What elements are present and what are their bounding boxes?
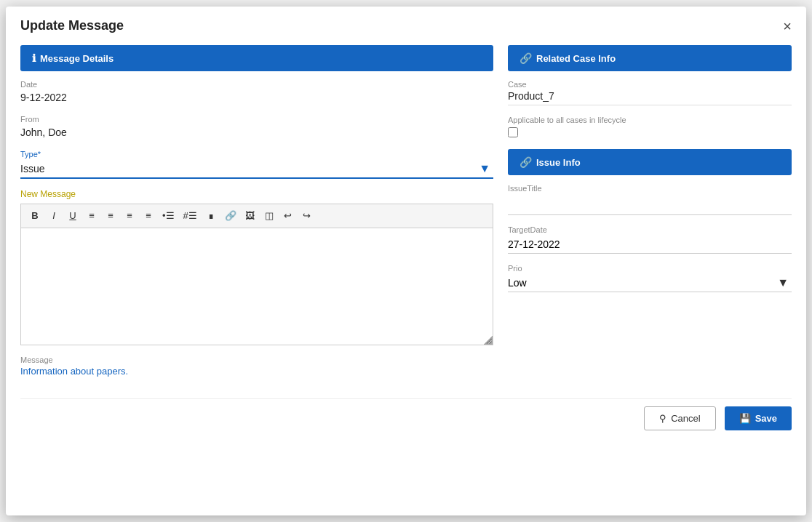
from-field: From John, Doe bbox=[20, 115, 493, 140]
type-select[interactable]: Issue Request Feedback Complaint bbox=[20, 160, 493, 177]
close-button[interactable]: × bbox=[783, 19, 792, 33]
target-date-input[interactable] bbox=[508, 236, 792, 254]
modal-title: Update Message bbox=[20, 18, 124, 33]
modal-footer: ⚲ Cancel 💾 Save bbox=[20, 398, 792, 430]
from-value: John, Doe bbox=[20, 125, 493, 140]
modal-header: Update Message × bbox=[20, 18, 792, 33]
indent-btn[interactable]: ∎ bbox=[203, 209, 219, 223]
bold-btn[interactable]: B bbox=[27, 209, 43, 223]
align-center-btn[interactable]: ≡ bbox=[103, 209, 119, 223]
issue-section: 🔗 Issue Info IssueTitle TargetDate bbox=[508, 149, 792, 292]
applicable-field: Applicable to all cases in lifecycle bbox=[508, 116, 792, 137]
type-select-wrapper: Issue Request Feedback Complaint ▼ bbox=[20, 160, 493, 179]
target-date-wrapper bbox=[508, 236, 792, 254]
prio-label: Prio bbox=[508, 264, 792, 273]
save-icon: 💾 bbox=[739, 413, 751, 424]
table-btn[interactable]: ◫ bbox=[261, 209, 277, 223]
new-message-label: New Message bbox=[20, 189, 493, 199]
case-label: Case bbox=[508, 80, 792, 89]
message-info: Message Information about papers. bbox=[20, 356, 493, 377]
link-icon-issue: 🔗 bbox=[520, 156, 532, 168]
issue-info-header: 🔗 Issue Info bbox=[508, 149, 792, 175]
redo-btn[interactable]: ↪ bbox=[299, 209, 315, 223]
ordered-list-btn[interactable]: #☰ bbox=[180, 209, 200, 223]
left-panel: ℹ Message Details Date 9-12-2022 From Jo… bbox=[20, 45, 493, 377]
issue-title-field: IssueTitle bbox=[508, 184, 792, 215]
underline-btn[interactable]: U bbox=[65, 209, 81, 223]
cancel-button[interactable]: ⚲ Cancel bbox=[644, 406, 715, 430]
applicable-label: Applicable to all cases in lifecycle bbox=[508, 116, 792, 124]
issue-title-input[interactable] bbox=[508, 197, 792, 215]
new-message-field: New Message B I U ≡ ≡ ≡ ≡ •☰ #☰ ∎ 🔗 🖼 ◫ bbox=[20, 189, 493, 345]
align-right-btn[interactable]: ≡ bbox=[122, 209, 138, 223]
image-btn[interactable]: 🖼 bbox=[242, 209, 258, 223]
issue-info-label: Issue Info bbox=[536, 157, 581, 168]
cancel-label: Cancel bbox=[671, 413, 700, 424]
related-case-label: Related Case Info bbox=[536, 53, 616, 64]
type-label: Type* bbox=[20, 150, 493, 158]
prio-field: Prio Low Medium High Critical ▼ bbox=[508, 264, 792, 292]
modal-body: ℹ Message Details Date 9-12-2022 From Jo… bbox=[20, 45, 792, 377]
message-info-value: Information about papers. bbox=[20, 366, 493, 377]
align-left-btn[interactable]: ≡ bbox=[84, 209, 100, 223]
applicable-checkbox-row bbox=[508, 127, 792, 137]
case-value: Product_7 bbox=[508, 90, 792, 105]
undo-btn[interactable]: ↩ bbox=[280, 209, 296, 223]
italic-btn[interactable]: I bbox=[46, 209, 62, 223]
link-icon-case: 🔗 bbox=[520, 52, 532, 64]
info-icon: ℹ bbox=[32, 52, 36, 64]
resize-handle[interactable] bbox=[484, 336, 493, 345]
update-message-modal: Update Message × ℹ Message Details Date … bbox=[6, 7, 806, 515]
cancel-icon: ⚲ bbox=[659, 413, 666, 424]
message-info-label: Message bbox=[20, 356, 493, 364]
issue-title-label: IssueTitle bbox=[508, 184, 792, 193]
case-field: Case Product_7 bbox=[508, 80, 792, 105]
applicable-checkbox[interactable] bbox=[508, 127, 518, 137]
prio-select-wrapper: Low Medium High Critical ▼ bbox=[508, 274, 792, 292]
save-label: Save bbox=[755, 413, 777, 424]
from-label: From bbox=[20, 115, 493, 124]
date-label: Date bbox=[20, 80, 493, 89]
editor-area[interactable] bbox=[20, 228, 493, 345]
type-field: Type* Issue Request Feedback Complaint ▼ bbox=[20, 150, 493, 179]
date-field: Date 9-12-2022 bbox=[20, 80, 493, 105]
date-value: 9-12-2022 bbox=[20, 90, 493, 105]
align-justify-btn[interactable]: ≡ bbox=[140, 209, 156, 223]
save-button[interactable]: 💾 Save bbox=[725, 406, 792, 430]
bullet-list-btn[interactable]: •☰ bbox=[159, 209, 178, 223]
editor-toolbar: B I U ≡ ≡ ≡ ≡ •☰ #☰ ∎ 🔗 🖼 ◫ ↩ ↪ bbox=[20, 204, 493, 228]
related-case-header: 🔗 Related Case Info bbox=[508, 45, 792, 71]
message-details-header: ℹ Message Details bbox=[20, 45, 493, 71]
right-panel: 🔗 Related Case Info Case Product_7 Appli… bbox=[508, 45, 792, 377]
target-date-label: TargetDate bbox=[508, 225, 792, 234]
editor-content[interactable] bbox=[21, 228, 493, 345]
link-btn[interactable]: 🔗 bbox=[222, 209, 239, 223]
message-details-label: Message Details bbox=[40, 53, 114, 64]
target-date-field: TargetDate bbox=[508, 225, 792, 254]
prio-select[interactable]: Low Medium High Critical bbox=[508, 274, 792, 292]
